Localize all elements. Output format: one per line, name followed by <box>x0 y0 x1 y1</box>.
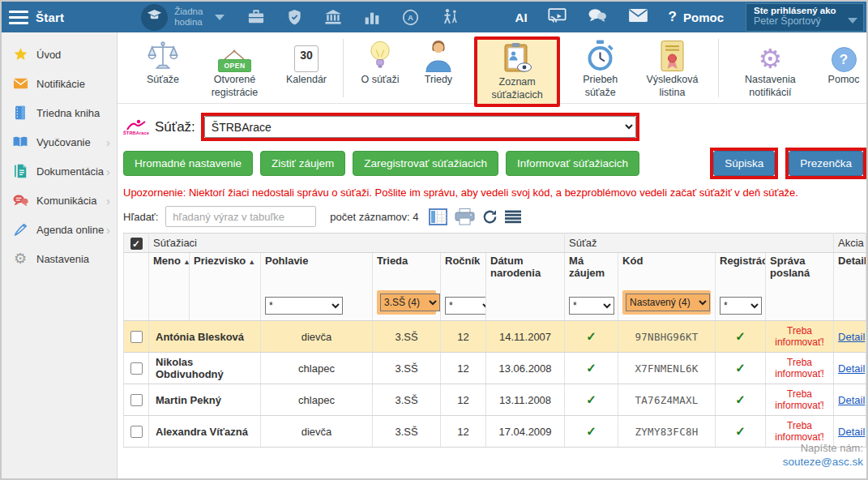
column-header-pohlavie[interactable]: Pohlavie * <box>261 253 373 321</box>
cast-icon[interactable] <box>548 7 567 27</box>
detail-link[interactable]: Detail <box>838 394 865 406</box>
column-header-detail[interactable]: Detail <box>834 253 866 321</box>
toolbar-item-vysledkova-listina[interactable]: Výsledková listina <box>640 38 704 99</box>
group-header-akcia: Akcia <box>834 234 866 253</box>
group-header-sutaz: Súťaž <box>565 234 834 253</box>
detail-link[interactable]: Detail <box>838 362 865 375</box>
lesson-badge[interactable] <box>141 4 168 31</box>
column-header-trieda[interactable]: Trieda 3.SŠ (4) <box>373 253 441 321</box>
filter-kod[interactable]: Nastavený (4) <box>626 294 710 311</box>
row-checkbox[interactable] <box>130 362 143 375</box>
competition-select[interactable]: ŠTRBArace <box>204 116 636 138</box>
register-participants-button[interactable]: Zaregistrovať súťažiacich <box>353 151 498 176</box>
column-header-registracia[interactable]: Registrácia * <box>716 253 766 321</box>
column-header-rocnik[interactable]: Ročník * <box>441 253 486 321</box>
detail-link[interactable]: Detail <box>838 426 865 438</box>
toolbar-item-priebeh-sutaze[interactable]: Priebeh súťaže <box>573 38 627 99</box>
print-icon[interactable] <box>455 208 475 225</box>
sidebar-item-vyucovanie[interactable]: Vyučovanie › <box>2 127 117 156</box>
question-mark-icon: ? <box>669 9 677 25</box>
toolbar-item-pomoc[interactable]: ? Pomoc <box>821 38 866 87</box>
chevron-down-icon[interactable] <box>215 15 224 20</box>
column-header-sprava-poslana[interactable]: Správa poslaná <box>766 253 834 321</box>
column-header-meno[interactable]: Meno▲ <box>149 253 190 321</box>
annotation-box-competition: ŠTRBArace <box>201 113 639 141</box>
contact-email-link[interactable]: souteze@asc.sk <box>783 456 863 468</box>
asc-logo-icon[interactable]: A <box>402 9 419 26</box>
refresh-icon[interactable] <box>482 209 498 225</box>
detail-link[interactable]: Detail <box>838 331 865 343</box>
column-header-ma-zaujem[interactable]: Má záujem * <box>565 253 618 321</box>
sidebar-item-uvod[interactable]: Úvod <box>2 40 117 69</box>
menu-icon[interactable] <box>9 7 28 28</box>
column-header-datum-narodenia[interactable]: Dátum narodenia <box>486 253 565 321</box>
open-book-icon <box>11 135 29 148</box>
envelope-icon[interactable] <box>628 8 648 26</box>
participant-year: 12 <box>441 416 486 448</box>
competition-label: Súťaž: <box>155 119 195 135</box>
participant-name: Nikolas Obdivuhodný <box>149 353 261 384</box>
sidebar-item-notifikacie[interactable]: Notifikácie <box>2 69 117 98</box>
chat-bubbles-icon[interactable] <box>587 7 608 28</box>
toolbar-item-kalendar[interactable]: 30 Kalendár <box>284 38 329 87</box>
institution-icon[interactable] <box>324 9 342 25</box>
inform-participants-button[interactable]: Informovať súťažiacich <box>506 151 639 176</box>
lightbulb-icon <box>369 38 391 74</box>
bar-chart-icon[interactable] <box>364 10 380 25</box>
filter-registracia[interactable]: * <box>720 297 762 315</box>
question-circle-icon: ? <box>832 38 857 74</box>
interest-check-icon: ✓ <box>565 321 618 353</box>
toolbar-item-zoznam-sutaziacich[interactable]: Zoznam súťažiacich <box>474 36 560 107</box>
list-icon[interactable] <box>505 210 521 224</box>
search-input[interactable] <box>165 206 316 227</box>
sidebar-item-triedna-kniha[interactable]: Triedna kniha <box>2 98 117 127</box>
participant-birth-date: 17.04.2009 <box>486 416 565 448</box>
start-menu[interactable]: Štart <box>36 11 64 24</box>
toolbar-item-nastavenia-notifikacii[interactable]: ⚙ Nastavenia notifikácií <box>733 38 808 99</box>
column-header-kod[interactable]: Kód Nastavený (4) <box>618 253 716 321</box>
filter-rocnik[interactable]: * <box>445 297 486 315</box>
toolbar-item-triedy[interactable]: Triedy <box>416 38 461 87</box>
attendance-button[interactable]: Prezenčka <box>789 151 863 176</box>
user-menu[interactable]: Ste prihlásený ako Peter Športový <box>746 3 864 32</box>
scales-icon <box>147 38 179 74</box>
check-interest-button[interactable]: Zistiť záujem <box>260 151 345 176</box>
lesson-status[interactable]: Žiadna hodina <box>174 6 212 28</box>
column-header-priezvisko[interactable]: Priezvisko▲ <box>190 253 261 321</box>
briefcase-icon[interactable] <box>247 9 265 25</box>
select-all-checkbox[interactable]: ✓ <box>130 238 143 250</box>
shield-check-icon[interactable] <box>287 9 302 26</box>
person-icon <box>425 38 452 74</box>
registration-check-icon: ✓ <box>716 384 766 416</box>
row-checkbox[interactable] <box>130 426 143 438</box>
main-area: Súťaže OPEN Otvorené registrácie 30 Kale… <box>118 32 868 478</box>
bulk-settings-button[interactable]: Hromadné nastavenie <box>123 151 253 176</box>
filter-pohlavie[interactable]: * <box>265 297 343 315</box>
interest-check-icon: ✓ <box>565 384 618 416</box>
contact-label: Napíšte nám: <box>783 442 863 454</box>
sidebar-item-komunikacia[interactable]: Komunikácia › <box>2 186 117 215</box>
help-button[interactable]: ? Pomoc <box>669 9 724 25</box>
chevron-right-icon: › <box>106 136 110 148</box>
ai-button[interactable]: AI <box>515 11 528 24</box>
sidebar-item-agenda-online[interactable]: Agenda online › <box>2 215 117 244</box>
sidebar-item-nastavenia[interactable]: ⚙ Nastavenia <box>2 244 117 273</box>
chevron-right-icon: › <box>106 195 110 207</box>
participant-code: 97NBHG96KT <box>618 321 716 353</box>
sidebar-item-dokumentacia[interactable]: Dokumentácia › <box>2 156 117 186</box>
columns-icon[interactable] <box>429 208 447 225</box>
filter-ma-zaujem[interactable]: * <box>569 297 614 315</box>
toolbar-item-otvorene-registracie[interactable]: OPEN Otvorené registrácie <box>199 38 271 99</box>
participant-year: 12 <box>441 353 486 384</box>
gear-icon: ⚙ <box>759 38 783 74</box>
row-checkbox[interactable] <box>130 331 143 343</box>
table-row: Martin Pekný chlapec 3.SŠ 12 13.11.2008 … <box>124 384 866 416</box>
interest-check-icon: ✓ <box>565 353 618 384</box>
participant-gender: dievča <box>261 416 373 448</box>
row-checkbox[interactable] <box>130 394 143 406</box>
toolbar-item-o-sutazi[interactable]: O súťaži <box>357 38 403 87</box>
filter-trieda[interactable]: 3.SŠ (4) <box>380 294 440 311</box>
roster-button[interactable]: Súpiska <box>713 151 775 176</box>
toolbar-item-sutaze[interactable]: Súťaže <box>140 38 186 87</box>
walking-people-icon[interactable] <box>441 8 460 26</box>
